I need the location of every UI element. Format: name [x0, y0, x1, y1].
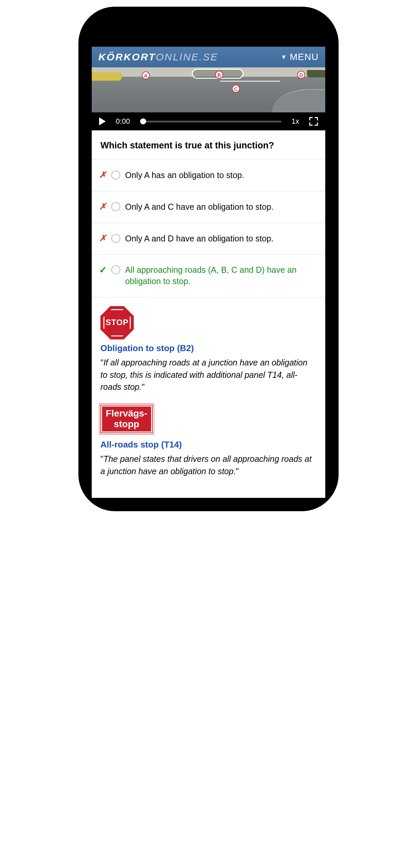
option-b[interactable]: ✗ Only A and C have an obligation to sto… — [92, 191, 325, 223]
stop-sign-label: STOP — [106, 317, 129, 329]
option-label: Only A has an obligation to stop. — [125, 170, 318, 181]
video-time: 0:00 — [116, 117, 130, 126]
explanation-desc: The panel states that drivers on all app… — [100, 453, 317, 477]
explanation-title[interactable]: Obligation to stop (B2) — [100, 342, 317, 355]
video-seek-track[interactable] — [140, 121, 281, 122]
video-grass-right — [307, 70, 325, 78]
app-header: KÖRKORTONLINE.SE ▼ MENU — [92, 47, 325, 67]
menu-label: MENU — [290, 52, 319, 62]
question-content: Which statement is true at this junction… — [92, 130, 325, 498]
video-seek-thumb[interactable] — [140, 118, 146, 124]
video-grass-left — [92, 72, 122, 81]
radio-icon — [111, 202, 120, 211]
logo-light: ONLINE.SE — [156, 51, 218, 62]
panel-sign-icon: Flervägs- stopp — [100, 405, 153, 433]
explanation-desc: If all approaching roads at a junction h… — [100, 356, 317, 393]
wrong-icon: ✗ — [99, 233, 107, 243]
question-text: Which statement is true at this junction… — [92, 130, 325, 160]
correct-icon: ✓ — [99, 265, 107, 275]
option-label: Only A and D have an obligation to stop. — [125, 233, 318, 244]
video-speed[interactable]: 1x — [292, 117, 299, 126]
video-lane-line — [220, 81, 280, 82]
option-c[interactable]: ✗ Only A and D have an obligation to sto… — [92, 223, 325, 255]
play-icon[interactable] — [99, 117, 106, 125]
radio-icon — [111, 234, 120, 243]
panel-sign-label: Flervägs- stopp — [106, 408, 147, 430]
wrong-icon: ✗ — [99, 202, 107, 212]
option-d[interactable]: ✓ All approaching roads (A, B, C and D) … — [92, 254, 325, 298]
radio-icon — [111, 170, 120, 180]
explanation-section: STOP Obligation to stop (B2) If all appr… — [92, 298, 325, 498]
option-label: Only A and C have an obligation to stop. — [125, 202, 318, 213]
menu-button[interactable]: ▼ MENU — [281, 52, 319, 62]
marker-c: C — [232, 85, 240, 93]
marker-b: B — [215, 71, 223, 79]
explanation-block-b2: STOP Obligation to stop (B2) If all appr… — [100, 306, 317, 393]
wrong-icon: ✗ — [99, 170, 107, 180]
screen: KÖRKORTONLINE.SE ▼ MENU A B C D 0:00 — [92, 47, 325, 498]
explanation-block-t14: Flervägs- stopp All-roads stop (T14) The… — [100, 405, 317, 477]
fullscreen-icon[interactable] — [309, 117, 318, 126]
stop-sign-icon: STOP — [100, 306, 134, 339]
logo-bold: KÖRKORT — [98, 51, 156, 62]
video-player[interactable]: A B C D — [92, 67, 325, 113]
chevron-down-icon: ▼ — [281, 54, 287, 61]
marker-d: D — [297, 71, 305, 79]
marker-a: A — [142, 71, 150, 80]
explanation-title[interactable]: All-roads stop (T14) — [100, 438, 317, 451]
phone-frame: KÖRKORTONLINE.SE ▼ MENU A B C D 0:00 — [79, 7, 338, 511]
video-controls: 0:00 1x — [92, 113, 325, 130]
logo[interactable]: KÖRKORTONLINE.SE — [98, 51, 218, 63]
option-a[interactable]: ✗ Only A has an obligation to stop. — [92, 160, 325, 191]
option-label: All approaching roads (A, B, C and D) ha… — [125, 265, 318, 287]
radio-icon — [111, 265, 120, 274]
